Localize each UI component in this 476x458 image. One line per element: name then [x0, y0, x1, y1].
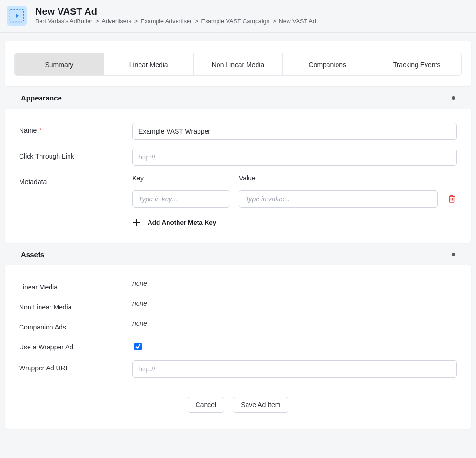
label-name: Name — [19, 127, 37, 134]
value-nonlinear-media: none — [132, 299, 147, 307]
save-button[interactable]: Save Ad Item — [233, 397, 288, 413]
chevron-right-icon: > — [195, 18, 198, 25]
section-title-appearance: Appearance — [21, 94, 62, 102]
value-companion-ads: none — [132, 319, 147, 327]
label-nonlinear-media: Non Linear Media — [19, 299, 132, 311]
name-input[interactable] — [132, 123, 457, 140]
delete-meta-button[interactable] — [446, 190, 457, 208]
add-meta-label: Add Another Meta Key — [148, 219, 216, 226]
chevron-right-icon: > — [134, 18, 138, 25]
crumb-root[interactable]: Bert Varias's AdButler — [35, 18, 92, 25]
chevron-right-icon: > — [272, 18, 276, 25]
page-header: New VAST Ad Bert Varias's AdButler > Adv… — [0, 0, 476, 33]
section-title-assets: Assets — [21, 250, 44, 259]
collapse-dot-icon — [452, 253, 455, 256]
tabs-card: Summary Linear Media Non Linear Media Co… — [5, 41, 471, 86]
tab-companions[interactable]: Companions — [283, 53, 372, 75]
breadcrumb: Bert Varias's AdButler > Advertisers > E… — [35, 18, 316, 25]
label-wrapper-uri: Wrapper Ad URI — [19, 360, 132, 372]
page-title: New VAST Ad — [35, 6, 316, 17]
meta-key-input[interactable] — [132, 190, 230, 208]
chevron-right-icon: > — [95, 18, 99, 25]
appearance-panel: Name * Click Through Link Metadata — [5, 109, 471, 243]
click-through-input[interactable] — [132, 149, 457, 166]
tab-non-linear-media[interactable]: Non Linear Media — [194, 53, 283, 75]
cancel-button[interactable]: Cancel — [188, 397, 225, 413]
required-indicator: * — [40, 127, 42, 134]
tabstrip: Summary Linear Media Non Linear Media Co… — [14, 53, 462, 76]
wrapper-uri-input[interactable] — [132, 360, 457, 378]
label-linear-media: Linear Media — [19, 279, 132, 291]
collapse-dot-icon — [452, 96, 455, 100]
assets-panel: Linear Media none Non Linear Media none … — [5, 265, 471, 429]
plus-icon — [132, 218, 141, 227]
wrapper-ad-checkbox[interactable] — [134, 343, 142, 350]
tab-tracking-events[interactable]: Tracking Events — [372, 53, 461, 75]
vast-ad-icon — [7, 6, 27, 26]
crumb-advertisers[interactable]: Advertisers — [102, 18, 132, 25]
trash-icon — [448, 194, 456, 204]
label-metadata: Metadata — [19, 178, 47, 186]
add-meta-button[interactable]: Add Another Meta Key — [132, 218, 457, 227]
value-linear-media: none — [132, 279, 147, 287]
crumb-advertiser[interactable]: Example Advertiser — [140, 18, 192, 25]
label-companion-ads: Companion Ads — [19, 319, 132, 331]
tab-summary[interactable]: Summary — [15, 53, 104, 75]
crumb-current[interactable]: New VAST Ad — [279, 18, 316, 25]
section-assets-header[interactable]: Assets — [5, 243, 471, 265]
meta-value-header: Value — [239, 174, 457, 182]
crumb-campaign[interactable]: Example VAST Campaign — [201, 18, 269, 25]
section-appearance-header[interactable]: Appearance — [5, 86, 471, 109]
label-wrapper-ad: Use a Wrapper Ad — [19, 339, 132, 351]
meta-key-header: Key — [132, 174, 230, 182]
label-click-through: Click Through Link — [19, 152, 74, 160]
meta-value-input[interactable] — [239, 190, 438, 208]
tab-linear-media[interactable]: Linear Media — [104, 53, 194, 75]
